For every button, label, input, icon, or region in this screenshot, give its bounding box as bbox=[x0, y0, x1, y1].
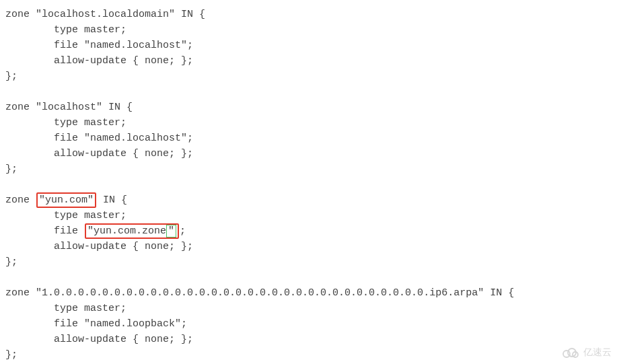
zone-file-highlight: "yun.com.zone" bbox=[85, 223, 179, 239]
watermark-text: 亿速云 bbox=[583, 344, 612, 360]
cloud-icon bbox=[560, 347, 579, 359]
config-code: zone "localhost.localdomain" IN { type m… bbox=[0, 0, 617, 364]
file-pre: file bbox=[5, 225, 84, 237]
close-line: }; bbox=[5, 163, 17, 175]
allow-line: allow-update { none; }; bbox=[5, 241, 193, 252]
type-line: type master; bbox=[5, 210, 126, 221]
watermark: 亿速云 bbox=[560, 344, 612, 360]
allow-line: allow-update { none; }; bbox=[5, 148, 193, 159]
file-text: "yun.com.zone bbox=[87, 225, 166, 237]
type-line: type master; bbox=[5, 303, 126, 314]
close-line: }; bbox=[5, 71, 17, 82]
type-line: type master; bbox=[5, 117, 126, 129]
file-line: file "named.localhost"; bbox=[5, 40, 193, 51]
zone-kw: zone bbox=[5, 194, 30, 206]
svg-point-0 bbox=[563, 351, 570, 357]
file-tail: ; bbox=[180, 225, 186, 237]
file-line: file "named.localhost"; bbox=[5, 133, 193, 144]
type-line: type master; bbox=[5, 24, 126, 36]
zone-name-highlight: "yun.com" bbox=[36, 192, 96, 208]
zone-name: "localhost" bbox=[36, 102, 102, 113]
zone-kw: zone bbox=[5, 9, 30, 20]
in-open: IN { bbox=[103, 194, 127, 206]
zone-name: "1.0.0.0.0.0.0.0.0.0.0.0.0.0.0.0.0.0.0.0… bbox=[36, 287, 484, 299]
allow-line: allow-update { none; }; bbox=[5, 334, 193, 345]
close-line: }; bbox=[5, 349, 17, 361]
allow-line: allow-update { none; }; bbox=[5, 55, 193, 67]
in-open: IN { bbox=[181, 9, 205, 20]
zone-kw: zone bbox=[5, 287, 30, 299]
close-line: }; bbox=[5, 256, 17, 268]
in-open: IN { bbox=[108, 102, 133, 113]
quote-highlight: " bbox=[166, 225, 176, 238]
in-open: IN { bbox=[490, 287, 514, 299]
file-line: file "named.loopback"; bbox=[5, 318, 187, 330]
zone-kw: zone bbox=[5, 102, 30, 113]
zone-name: "localhost.localdomain" bbox=[36, 9, 175, 20]
